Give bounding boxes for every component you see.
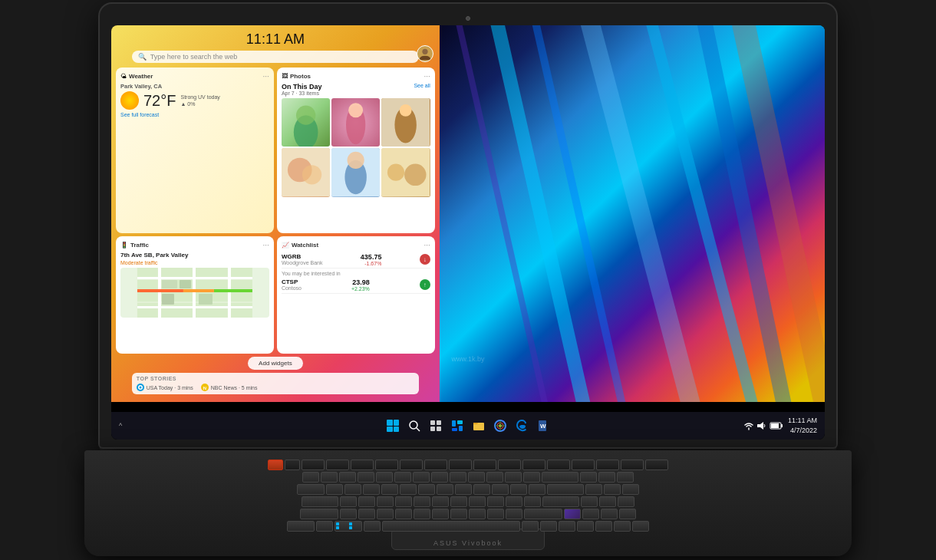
widgets-button[interactable] bbox=[449, 417, 466, 434]
add-widgets-area: Add widgets bbox=[116, 357, 435, 370]
svg-rect-53 bbox=[437, 420, 441, 425]
tab-key[interactable] bbox=[297, 484, 325, 495]
avatar[interactable] bbox=[417, 45, 433, 62]
watchlist-widget: 📈 Watchlist ··· WGRB Woodgrove Bank bbox=[277, 236, 435, 354]
stock-price-ctsp: 23.98 bbox=[351, 278, 370, 286]
rshift-key[interactable] bbox=[524, 509, 562, 519]
svg-rect-70 bbox=[771, 423, 779, 428]
watchlist-menu-icon[interactable]: ··· bbox=[424, 241, 430, 249]
desktop: 11:11 AM 🔍 Type here to search the web bbox=[111, 25, 825, 440]
weather-header: 🌤 Weather ··· bbox=[120, 72, 269, 81]
stock-row-ctsp: CTSP Contoso 23.98 +2.23% ↑ bbox=[282, 277, 430, 294]
stock-company-wgrb: Woodgrove Bank bbox=[282, 260, 323, 265]
wifi-icon bbox=[743, 420, 754, 431]
svg-point-8 bbox=[422, 49, 427, 54]
backspace-key[interactable] bbox=[542, 472, 578, 483]
svg-rect-35 bbox=[158, 268, 161, 318]
space-key[interactable] bbox=[382, 521, 520, 532]
lshift-key[interactable] bbox=[300, 509, 338, 519]
laptop-lid: 11:11 AM 🔍 Type here to search the web bbox=[100, 4, 836, 447]
svg-rect-71 bbox=[781, 424, 783, 427]
bottom-row bbox=[100, 521, 836, 532]
taskbar-clock[interactable]: 11:11 AM 4/7/2022 bbox=[788, 416, 817, 435]
svg-rect-54 bbox=[430, 427, 435, 431]
camera-bar bbox=[107, 12, 829, 25]
weather-menu-icon[interactable]: ··· bbox=[263, 72, 269, 81]
taskbar: ^ bbox=[111, 412, 825, 440]
word-button[interactable]: W bbox=[535, 417, 552, 434]
stock-price-wgrb: 435.75 bbox=[361, 253, 382, 261]
browser-button[interactable] bbox=[492, 417, 509, 434]
watchlist-title: Watchlist bbox=[292, 242, 318, 249]
stock-change-ctsp: +2.23% bbox=[351, 286, 370, 292]
weather-icon: 🌤 bbox=[120, 73, 127, 80]
usa-today-logo bbox=[137, 384, 144, 391]
time-display: 11:11 AM bbox=[246, 31, 305, 48]
stock-change-wgrb: -1.67% bbox=[361, 261, 382, 266]
stock-ticker-wgrb: WGRB bbox=[282, 253, 323, 260]
svg-rect-59 bbox=[459, 426, 463, 431]
svg-point-18 bbox=[302, 165, 321, 184]
traffic-title: Traffic bbox=[130, 242, 149, 249]
svg-rect-37 bbox=[228, 268, 231, 318]
enter-key[interactable] bbox=[542, 496, 579, 507]
on-this-day-date: Apr 7 · 33 items bbox=[282, 91, 322, 96]
screen-bezel: 11:11 AM 🔍 Type here to search the web bbox=[111, 25, 825, 440]
clock-date: 4/7/2022 bbox=[788, 426, 817, 436]
photos-title: Photos bbox=[290, 73, 311, 80]
see-all-link[interactable]: See all bbox=[414, 83, 430, 88]
tray-arrow[interactable]: ^ bbox=[119, 422, 122, 430]
taskbar-left: ^ bbox=[119, 422, 122, 430]
svg-rect-39 bbox=[183, 289, 214, 292]
svg-rect-41 bbox=[162, 280, 177, 288]
lctrl-key[interactable] bbox=[287, 521, 315, 532]
svg-point-47 bbox=[139, 387, 141, 389]
svg-rect-38 bbox=[137, 289, 183, 292]
keyboard-area bbox=[100, 456, 836, 525]
taskview-button[interactable] bbox=[427, 417, 444, 434]
battery-icon bbox=[770, 420, 783, 431]
svg-text:N: N bbox=[203, 386, 206, 390]
camera-dot bbox=[466, 16, 470, 21]
weather-details: Strong UV today ▲ 0% bbox=[180, 94, 219, 107]
watchlist-icon: 📈 bbox=[282, 242, 289, 249]
file-explorer-button[interactable] bbox=[470, 417, 487, 434]
svg-point-24 bbox=[405, 164, 427, 186]
traffic-header: 🚦 Traffic ··· bbox=[120, 241, 269, 249]
search-bar[interactable]: 🔍 Type here to search the web bbox=[132, 51, 419, 63]
esc-key[interactable] bbox=[285, 460, 300, 470]
clock-time: 11:11 AM bbox=[788, 416, 817, 426]
svg-point-50 bbox=[410, 421, 417, 429]
watermark: www.1k.by bbox=[451, 355, 484, 363]
weather-sun-icon bbox=[120, 91, 139, 110]
traffic-menu-icon[interactable]: ··· bbox=[263, 241, 269, 249]
add-widgets-button[interactable]: Add widgets bbox=[248, 357, 303, 370]
traffic-status: Moderate traffic bbox=[120, 260, 269, 265]
photos-icon: 🖼 bbox=[282, 73, 288, 80]
svg-point-10 bbox=[296, 105, 315, 124]
weather-forecast-link[interactable]: See full forecast bbox=[120, 112, 269, 117]
widgets-grid: 🌤 Weather ··· Park Valley, CA 72°F S bbox=[116, 68, 435, 354]
system-icons bbox=[743, 420, 783, 431]
svg-point-15 bbox=[400, 104, 412, 117]
speaker-icon bbox=[756, 420, 767, 431]
qwerty-row bbox=[100, 484, 836, 495]
windows-start-button[interactable] bbox=[384, 417, 401, 434]
weather-location: Park Valley, CA bbox=[120, 83, 269, 90]
stock-row-wgrb: WGRB Woodgrove Bank 435.75 -1.67% ↓ bbox=[282, 252, 430, 268]
traffic-widget: 🚦 Traffic ··· 7th Ave SB, Park Valley Mo… bbox=[116, 236, 274, 354]
search-button[interactable] bbox=[406, 417, 423, 434]
weather-temperature: 72°F bbox=[143, 92, 176, 110]
nbc-logo: N bbox=[201, 384, 209, 391]
photo-thumb-1 bbox=[282, 98, 330, 147]
fn-key[interactable] bbox=[268, 460, 283, 470]
may-interested-label: You may be interested in bbox=[282, 271, 430, 276]
traffic-icon: 🚦 bbox=[120, 242, 128, 249]
photos-menu-icon[interactable]: ··· bbox=[424, 72, 430, 81]
caps-key[interactable] bbox=[302, 496, 338, 507]
svg-rect-68 bbox=[757, 424, 760, 427]
photo-thumb-5 bbox=[331, 148, 380, 196]
edge-button[interactable] bbox=[513, 417, 530, 434]
svg-rect-58 bbox=[452, 428, 457, 431]
svg-rect-36 bbox=[193, 268, 196, 318]
